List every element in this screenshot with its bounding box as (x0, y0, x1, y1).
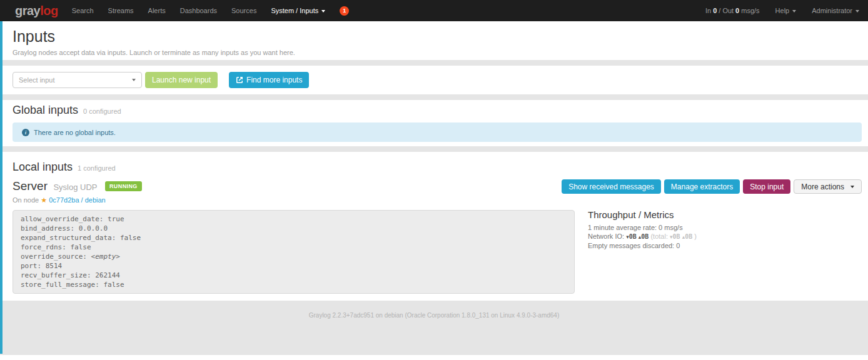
notification-badge[interactable]: 1 (340, 6, 349, 16)
chevron-down-icon (792, 10, 796, 12)
config-line: force_rdns: false (21, 242, 567, 252)
input-type: Syslog UDP (53, 182, 97, 192)
throughput-in-label: In (705, 7, 711, 14)
nav-item-system-inputs[interactable]: System / Inputs (271, 7, 325, 14)
config-line: expand_structured_data: false (21, 233, 567, 242)
input-actions: Show received messages Manage extractors… (562, 179, 862, 194)
global-throughput-indicator: In 0 / Out 0 msg/s (705, 7, 760, 14)
config-line: bind_address: 0.0.0.0 (21, 224, 567, 233)
graylog-logo[interactable]: graylog (15, 4, 58, 17)
stop-input-button[interactable]: Stop input (743, 179, 790, 194)
star-icon: ★ (41, 196, 47, 204)
show-received-messages-button[interactable]: Show received messages (562, 179, 661, 194)
external-link-icon (236, 76, 243, 84)
global-inputs-heading: Global inputs0 configured (13, 104, 862, 118)
network-io-label: Network IO: (588, 232, 624, 240)
throughput-out-label: / Out (719, 7, 734, 14)
throughput-metrics-panel: Throughput / Metrics 1 minute average ra… (588, 210, 697, 251)
local-inputs-section: Local inputs1 configured Server Syslog U… (0, 152, 868, 301)
nav-item-search[interactable]: Search (72, 7, 94, 14)
info-icon: i (22, 129, 29, 136)
section-divider (0, 60, 868, 66)
no-global-inputs-alert: i There are no global inputs. (13, 122, 862, 142)
global-inputs-title: Global inputs (13, 104, 78, 116)
input-row: Server Syslog UDP RUNNING Show received … (13, 179, 862, 194)
page-subtitle: Graylog nodes accept data via inputs. La… (13, 49, 862, 56)
logo-text-log: log (40, 4, 58, 18)
input-name: Server (13, 179, 48, 192)
total-up-value: 0B (685, 233, 692, 240)
local-inputs-heading: Local inputs1 configured (13, 161, 862, 174)
total-close: ) (694, 232, 697, 240)
footer: Graylog 2.2.3+7adc951 on debian (Oracle … (0, 301, 868, 355)
help-label: Help (775, 7, 790, 14)
status-badge: RUNNING (105, 181, 142, 191)
nav-item-label: System / Inputs (271, 7, 318, 14)
input-body: allow_override_date: true bind_address: … (13, 210, 862, 294)
input-title-group: Server Syslog UDP RUNNING (13, 179, 142, 193)
node-line: On node ★ 0c77d2ba / debian (13, 196, 862, 204)
average-rate-line: 1 minute average rate: 0 msg/s (588, 224, 697, 231)
global-inputs-section: Global inputs0 configured i There are no… (0, 100, 868, 146)
network-total-group: (total: ▾0B ▴0B ) (650, 232, 697, 240)
nav-item-help[interactable]: Help (775, 7, 797, 14)
nav-item-user-menu[interactable]: Administrator (812, 7, 859, 14)
input-type-select[interactable]: Select input (13, 72, 142, 88)
left-accent-strip (0, 21, 3, 354)
chevron-down-icon (855, 10, 859, 12)
version-footer-text: Graylog 2.2.3+7adc951 on debian (Oracle … (309, 312, 560, 319)
section-divider (0, 94, 868, 100)
page-header: Inputs Graylog nodes accept data via inp… (0, 21, 868, 60)
config-line: recv_buffer_size: 262144 (21, 271, 567, 280)
chevron-down-icon (132, 79, 136, 81)
throughput-in-value: 0 (713, 7, 717, 14)
node-prefix: On node (13, 196, 39, 204)
launch-new-input-button[interactable]: Launch new input (145, 72, 218, 88)
nav-item-streams[interactable]: Streams (108, 7, 134, 14)
local-inputs-title: Local inputs (13, 161, 73, 173)
network-up-value: 0B (641, 233, 648, 240)
find-more-inputs-label: Find more inputs (246, 76, 302, 84)
global-inputs-count: 0 configured (83, 108, 121, 115)
metrics-title: Throughput / Metrics (588, 210, 697, 221)
chevron-down-icon (321, 10, 325, 12)
config-line: port: 8514 (21, 261, 567, 271)
config-line: override_source: <empty> (21, 252, 567, 261)
section-divider (0, 146, 868, 152)
nav-item-alerts[interactable]: Alerts (148, 7, 166, 14)
more-actions-button[interactable]: More actions (794, 179, 862, 194)
nav-right: In 0 / Out 0 msg/s Help Administrator (705, 7, 859, 14)
alert-message: There are no global inputs. (34, 129, 116, 136)
total-open: (total: (650, 232, 668, 240)
config-line: store_full_message: false (21, 280, 567, 289)
nav-item-sources[interactable]: Sources (231, 7, 256, 14)
find-more-inputs-button[interactable]: Find more inputs (229, 72, 309, 88)
network-down-value: 0B (629, 233, 637, 240)
page-title: Inputs (13, 28, 862, 46)
local-inputs-count: 1 configured (78, 164, 116, 172)
empty-discarded-line: Empty messages discarded: 0 (588, 242, 697, 249)
select-placeholder: Select input (19, 76, 54, 84)
bottom-spacer (0, 355, 868, 360)
input-configuration-well: allow_override_date: true bind_address: … (13, 210, 575, 294)
user-label: Administrator (812, 7, 852, 14)
input-launcher-row: Select input Launch new input Find more … (0, 66, 868, 94)
config-line: allow_override_date: true (21, 214, 567, 224)
nav-item-dashboards[interactable]: Dashboards (180, 7, 217, 14)
more-actions-label: More actions (801, 182, 844, 191)
throughput-out-value: 0 (735, 7, 739, 14)
network-io-line: Network IO: ▾0B ▴0B (total: ▾0B ▴0B ) (588, 232, 697, 241)
node-link[interactable]: 0c77d2ba / debian (49, 196, 106, 204)
nav-menu: Search Streams Alerts Dashboards Sources… (72, 6, 349, 16)
throughput-unit: msg/s (741, 7, 759, 14)
manage-extractors-button[interactable]: Manage extractors (664, 179, 740, 194)
total-down-value: 0B (673, 233, 680, 240)
top-navbar: graylog Search Streams Alerts Dashboards… (0, 0, 868, 21)
chevron-down-icon (850, 186, 854, 188)
logo-text-gray: gray (15, 4, 40, 18)
